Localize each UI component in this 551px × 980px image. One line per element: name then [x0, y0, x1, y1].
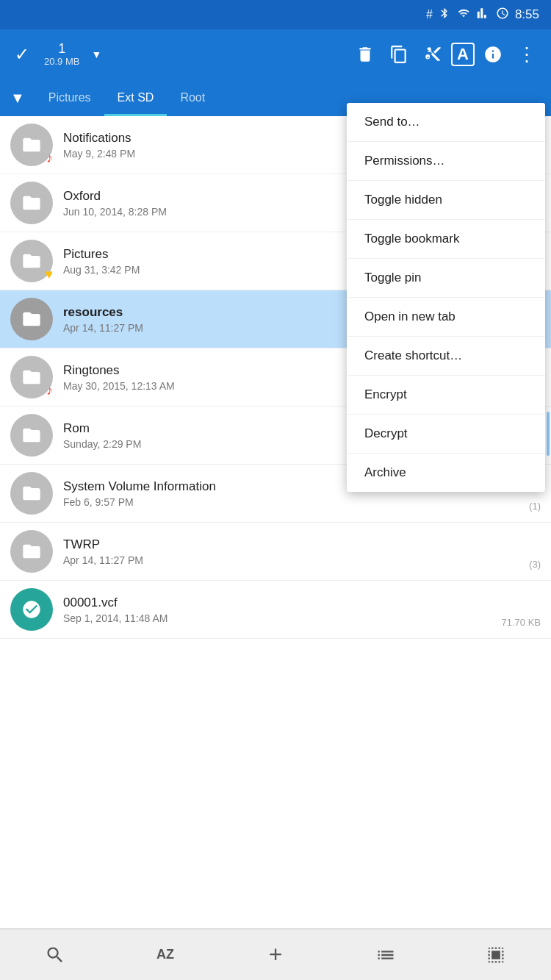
file-icon-wrap — [10, 182, 53, 224]
folder-icon — [10, 530, 53, 573]
bluetooth-icon — [439, 6, 450, 24]
menu-item-toggle-bookmark[interactable]: Toggle bookmark — [347, 220, 545, 259]
status-bar: # 8:55 — [0, 0, 551, 29]
dropdown-arrow-icon[interactable]: ▼ — [88, 43, 104, 66]
file-icon-wrap — [10, 414, 53, 457]
file-meta: (1) — [529, 501, 541, 512]
heart-badge-icon: ♥ — [45, 267, 53, 282]
menu-item-send-to[interactable]: Send to… — [347, 103, 545, 142]
copy-button[interactable] — [383, 39, 414, 70]
sort-button[interactable]: AZ — [147, 937, 184, 973]
context-menu: Send to… Permissions… Toggle hidden Togg… — [347, 103, 545, 492]
file-icon-wrap: ♪ — [10, 124, 53, 166]
vcf-icon — [10, 588, 53, 631]
more-button[interactable]: ⋮ — [511, 37, 542, 72]
folder-icon — [10, 472, 53, 515]
wifi-icon — [456, 7, 471, 22]
menu-item-toggle-pin[interactable]: Toggle pin — [347, 259, 545, 298]
alarm-icon — [496, 7, 509, 23]
file-icon-wrap: ♥ — [10, 240, 53, 282]
hash-icon: # — [426, 8, 433, 21]
list-view-button[interactable] — [367, 937, 404, 973]
file-icon-wrap — [10, 472, 53, 515]
file-info: 00001.vcf Sep 1, 2014, 11:48 AM — [63, 595, 502, 624]
scroll-indicator — [547, 412, 550, 456]
tab-extsd[interactable]: Ext SD — [104, 79, 168, 116]
check-icon[interactable]: ✓ — [9, 38, 35, 71]
info-button[interactable] — [478, 39, 508, 70]
selection-count: 1 — [58, 42, 65, 57]
tab-pictures[interactable]: Pictures — [35, 79, 104, 116]
file-meta: 71.70 KB — [502, 617, 541, 628]
file-date: Sep 1, 2014, 11:48 AM — [63, 612, 502, 624]
music-badge-icon: ♪ — [46, 383, 53, 398]
menu-item-encrypt[interactable]: Encrypt — [347, 376, 545, 415]
file-date: Feb 6, 9:57 PM — [63, 496, 529, 508]
menu-item-toggle-hidden[interactable]: Toggle hidden — [347, 181, 545, 220]
menu-item-decrypt[interactable]: Decrypt — [347, 415, 545, 454]
folder-icon — [10, 182, 53, 224]
status-time: 8:55 — [515, 7, 539, 22]
bottom-bar: AZ + — [0, 929, 551, 980]
add-button[interactable]: + — [257, 937, 294, 973]
menu-item-permissions[interactable]: Permissions… — [347, 142, 545, 181]
menu-item-create-shortcut[interactable]: Create shortcut… — [347, 337, 545, 376]
selection-size: 20.9 MB — [44, 56, 79, 67]
tab-root[interactable]: Root — [167, 79, 218, 116]
toolbar-left: ✓ 1 20.9 MB ▼ — [9, 38, 347, 71]
file-icon-wrap — [10, 588, 53, 631]
file-icon-wrap — [10, 298, 53, 340]
toolbar: ✓ 1 20.9 MB ▼ A ⋮ — [0, 29, 551, 79]
select-button[interactable] — [478, 937, 514, 973]
file-info: TWRP Apr 14, 11:27 PM — [63, 537, 529, 566]
file-date: Apr 14, 11:27 PM — [63, 554, 529, 566]
file-icon-wrap: ♪ — [10, 356, 53, 398]
selection-count-group: 1 20.9 MB — [38, 39, 85, 71]
file-name: TWRP — [63, 537, 529, 552]
file-meta: (3) — [529, 559, 541, 570]
menu-item-archive[interactable]: Archive — [347, 454, 545, 492]
file-icon-wrap — [10, 530, 53, 573]
music-badge-icon: ♪ — [46, 151, 53, 166]
status-icons: # 8:55 — [426, 6, 539, 24]
font-button[interactable]: A — [451, 43, 475, 66]
file-item-vcf[interactable]: 00001.vcf Sep 1, 2014, 11:48 AM 71.70 KB — [0, 581, 551, 639]
search-button[interactable] — [37, 937, 73, 973]
delete-button[interactable] — [350, 39, 381, 70]
menu-item-open-new-tab[interactable]: Open in new tab — [347, 298, 545, 337]
cut-button[interactable] — [417, 39, 448, 70]
folder-icon-selected — [10, 298, 53, 340]
file-item-twrp[interactable]: TWRP Apr 14, 11:27 PM (3) — [0, 523, 551, 581]
folder-icon — [10, 414, 53, 457]
tab-arrow-icon[interactable]: ▼ — [0, 90, 35, 107]
file-name: 00001.vcf — [63, 595, 502, 610]
signal-icon — [477, 7, 490, 23]
